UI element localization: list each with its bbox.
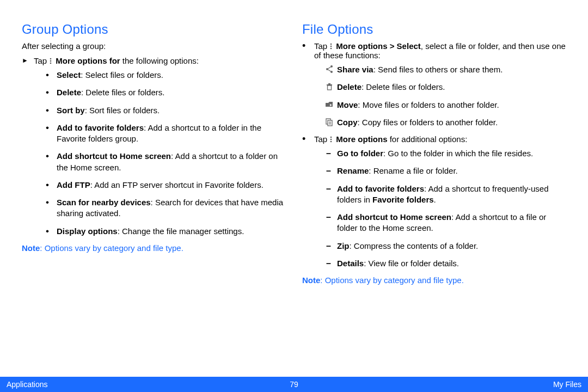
group-tap-item: Tap More options for the following optio… — [22, 56, 286, 237]
label: Add shortcut to Home screen — [337, 212, 451, 222]
heading-group-options: Group Options — [22, 22, 286, 37]
right-column: File Options Tap More options > Select, … — [302, 22, 566, 377]
option-add-favorite-folders: Add to favorite folders: Add a shortcut … — [326, 183, 566, 206]
label: Share via — [337, 65, 373, 74]
left-column: Group Options After selecting a group: T… — [22, 22, 286, 377]
option-add-ftp: Add FTP: Add an FTP server shortcut in F… — [46, 180, 286, 191]
file-action-delete: Delete: Delete files or folders. — [326, 82, 566, 93]
heading-file-options: File Options — [302, 22, 566, 37]
note-text: : Options vary by category and file type… — [320, 275, 463, 285]
desc: : Send files to others or share them. — [373, 65, 503, 74]
page: Group Options After selecting a group: T… — [0, 0, 588, 392]
file-action-copy: Copy: Copy files or folders to another f… — [326, 117, 566, 128]
file-options-list: Tap More options > Select, select a file… — [302, 41, 566, 269]
more-options-icon — [49, 57, 56, 65]
label: Go to folder — [337, 149, 383, 158]
option-details: Details: View file or folder details. — [326, 258, 566, 269]
label: Add shortcut to Home screen — [57, 151, 171, 161]
svg-point-0 — [50, 58, 52, 60]
note-label: Note — [22, 243, 40, 253]
desc: : Change the file manager settings. — [118, 226, 244, 236]
file-tap-more: Tap More options for additional options:… — [302, 134, 566, 269]
note-label: Note — [302, 275, 320, 285]
more-options-icon — [329, 42, 336, 50]
desc: : Copy files or folders to another folde… — [358, 118, 498, 127]
svg-point-5 — [330, 48, 332, 50]
svg-point-2 — [50, 63, 52, 64]
option-scan-nearby: Scan for nearby devices: Search for devi… — [46, 197, 286, 219]
desc: : Add an FTP server shortcut in Favorite… — [90, 180, 264, 189]
footer-left: Applications — [7, 380, 290, 389]
desc: : Delete files or folders. — [81, 88, 164, 97]
footer-bar: Applications 79 My Files — [0, 377, 588, 392]
more-options-label: More options for — [56, 56, 120, 65]
option-display-options: Display options: Change the file manager… — [46, 226, 286, 237]
label: Select — [57, 70, 81, 79]
copy-icon — [325, 118, 334, 126]
option-select: Select: Select files or folders. — [46, 70, 286, 81]
option-delete: Delete: Delete files or folders. — [46, 87, 286, 98]
desc: : Rename a file or folder. — [369, 166, 457, 175]
svg-point-7 — [326, 68, 328, 70]
tap-prefix: Tap — [34, 56, 49, 65]
file-note: Note: Options vary by category and file … — [302, 275, 566, 285]
label: Zip — [337, 241, 350, 250]
option-add-favorite: Add to favorite folders: Add a shortcut … — [46, 122, 286, 145]
file-icon-list: Share via: Send files to others or share… — [326, 64, 566, 128]
desc: : Compress the contents of a folder. — [350, 241, 479, 250]
share-icon — [325, 65, 334, 74]
option-zip: Zip: Compress the contents of a folder. — [326, 241, 566, 252]
label: Add FTP — [57, 180, 90, 189]
group-options-list: Select: Select files or folders. Delete:… — [46, 70, 286, 237]
label: Add to favorite folders — [57, 123, 144, 132]
desc-post: . — [434, 195, 436, 204]
desc: : Delete files or folders. — [362, 82, 445, 91]
label: Scan for nearby devices — [57, 198, 151, 207]
tap-suffix: for additional options: — [388, 134, 468, 144]
more-options-icon — [329, 136, 336, 143]
svg-point-19 — [330, 137, 332, 138]
note-text: : Options vary by category and file type… — [40, 243, 183, 253]
svg-line-9 — [328, 67, 331, 69]
desc: : Sort files or folders. — [85, 106, 160, 115]
label: Delete — [57, 88, 81, 97]
file-additional-list: Go to folder: Go to the folder in which … — [326, 148, 566, 269]
label: Add to favorite folders — [337, 184, 424, 193]
svg-line-10 — [328, 70, 331, 71]
footer-right: My Files — [298, 380, 581, 389]
option-rename: Rename: Rename a file or folder. — [326, 166, 566, 176]
file-action-share: Share via: Send files to others or share… — [326, 64, 566, 75]
svg-point-3 — [330, 44, 332, 45]
svg-point-1 — [50, 60, 52, 62]
tap-prefix: Tap — [314, 41, 329, 51]
svg-point-6 — [330, 65, 333, 68]
more-opts-label: More options — [336, 134, 387, 144]
option-add-shortcut-home: Add shortcut to Home screen: Add a short… — [326, 212, 566, 234]
svg-point-8 — [330, 71, 333, 73]
option-sort-by: Sort by: Sort files or folders. — [46, 105, 286, 116]
group-intro: After selecting a group: — [22, 41, 286, 51]
desc: : Select files or folders. — [81, 70, 163, 79]
tap-suffix: the following options: — [120, 56, 199, 65]
svg-rect-12 — [328, 85, 332, 90]
file-tap-select: Tap More options > Select, select a file… — [302, 41, 566, 128]
label: Display options — [57, 226, 118, 236]
label: Sort by — [57, 106, 85, 115]
label: Copy — [337, 118, 358, 127]
move-icon — [325, 100, 334, 109]
bold-tail: Favorite folders — [372, 195, 434, 204]
label: Move — [337, 100, 358, 109]
svg-rect-13 — [328, 83, 330, 84]
file-action-move: Move: Move files or folders to another f… — [326, 100, 566, 111]
desc: : Go to the folder in which the file res… — [383, 149, 533, 158]
content-area: Group Options After selecting a group: T… — [0, 0, 588, 377]
desc: : Move files or folders to another folde… — [358, 100, 499, 109]
footer-page-number: 79 — [290, 380, 298, 389]
svg-point-21 — [330, 141, 332, 143]
label: Details — [337, 259, 364, 268]
trash-icon — [325, 82, 334, 91]
svg-point-20 — [330, 139, 332, 140]
more-select-label: More options > Select — [336, 41, 420, 51]
option-add-shortcut-home: Add shortcut to Home screen: Add a short… — [46, 151, 286, 173]
group-note: Note: Options vary by category and file … — [22, 243, 286, 253]
